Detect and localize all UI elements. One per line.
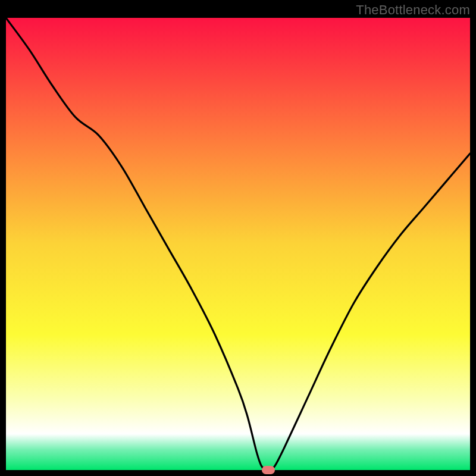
chart-frame: TheBottleneck.com: [0, 0, 476, 476]
optimal-point-marker: [262, 466, 275, 474]
bottleneck-chart: [6, 18, 470, 470]
gradient-background: [6, 18, 470, 470]
watermark-text: TheBottleneck.com: [356, 2, 470, 18]
